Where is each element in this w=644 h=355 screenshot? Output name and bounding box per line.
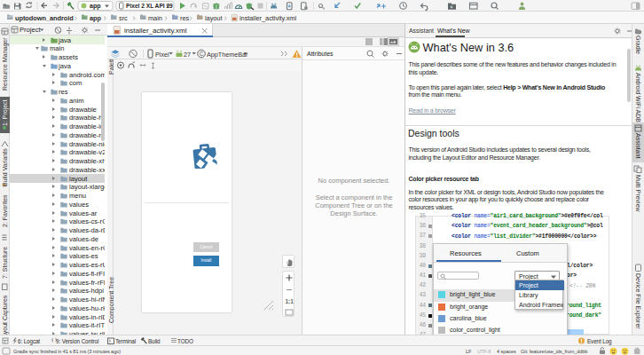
svg-text:app: app xyxy=(90,3,100,10)
svg-text:Pixel 2 XL API 29: Pixel 2 XL API 29 xyxy=(126,3,173,9)
svg-text:1:1: 1:1 xyxy=(286,298,295,304)
svg-text:C: C xyxy=(200,51,204,57)
